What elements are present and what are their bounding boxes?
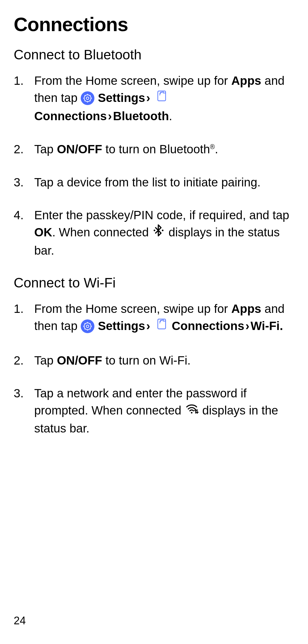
step-text: .: [215, 142, 218, 156]
page: Connections Connect to Bluetooth From th…: [0, 0, 308, 644]
bluetooth-icon: [152, 224, 165, 242]
step-text: Tap a device from the list to initiate p…: [34, 176, 261, 189]
steps-list-bluetooth: From the Home screen, swipe up for Apps …: [14, 72, 294, 259]
step: Tap ON/OFF to turn on Bluetooth®.: [14, 141, 294, 158]
target-label: Bluetooth: [113, 109, 169, 123]
apps-label: Apps: [231, 302, 261, 315]
step-text: .: [169, 109, 172, 123]
step-text: to turn on Wi-Fi.: [102, 354, 191, 367]
step: Tap a network and enter the password if …: [14, 385, 294, 437]
connections-label: Connections: [172, 319, 244, 333]
step-text: From the Home screen, swipe up for: [34, 302, 231, 315]
settings-label: Settings: [98, 319, 145, 333]
step-text: Tap: [34, 354, 57, 367]
page-number: 24: [14, 615, 26, 627]
connections-icon: [155, 317, 169, 335]
chevron-right-icon: ›: [244, 319, 251, 333]
section-title-wifi: Connect to Wi-Fi: [14, 275, 294, 291]
chevron-right-icon: ›: [107, 109, 113, 123]
settings-icon: [81, 91, 94, 105]
registered-symbol: ®: [210, 143, 215, 150]
settings-label: Settings: [98, 91, 145, 104]
step: From the Home screen, swipe up for Apps …: [14, 300, 294, 336]
step-text: Enter the passkey/PIN code, if required,…: [34, 208, 289, 222]
wifi-icon: [185, 402, 199, 419]
step: Tap ON/OFF to turn on Wi-Fi.: [14, 352, 294, 369]
connections-icon: [155, 89, 169, 107]
ok-label: OK: [34, 226, 52, 239]
settings-icon: [81, 319, 94, 333]
onoff-label: ON/OFF: [57, 142, 102, 156]
target-label: Wi-Fi.: [251, 319, 283, 333]
step: Tap a device from the list to initiate p…: [14, 174, 294, 191]
step-text: . When connected: [52, 226, 152, 239]
onoff-label: ON/OFF: [57, 354, 102, 367]
chevron-right-icon: ›: [145, 91, 151, 104]
chevron-right-icon: ›: [145, 319, 151, 333]
steps-list-wifi: From the Home screen, swipe up for Apps …: [14, 300, 294, 437]
step-text: From the Home screen, swipe up for: [34, 74, 231, 87]
page-title: Connections: [14, 13, 294, 35]
step: Enter the passkey/PIN code, if required,…: [14, 207, 294, 259]
section-title-bluetooth: Connect to Bluetooth: [14, 47, 294, 63]
step: From the Home screen, swipe up for Apps …: [14, 72, 294, 125]
connections-label: Connections: [34, 109, 107, 123]
apps-label: Apps: [231, 74, 261, 87]
step-text: to turn on Bluetooth: [102, 142, 210, 156]
step-text: Tap: [34, 142, 57, 156]
